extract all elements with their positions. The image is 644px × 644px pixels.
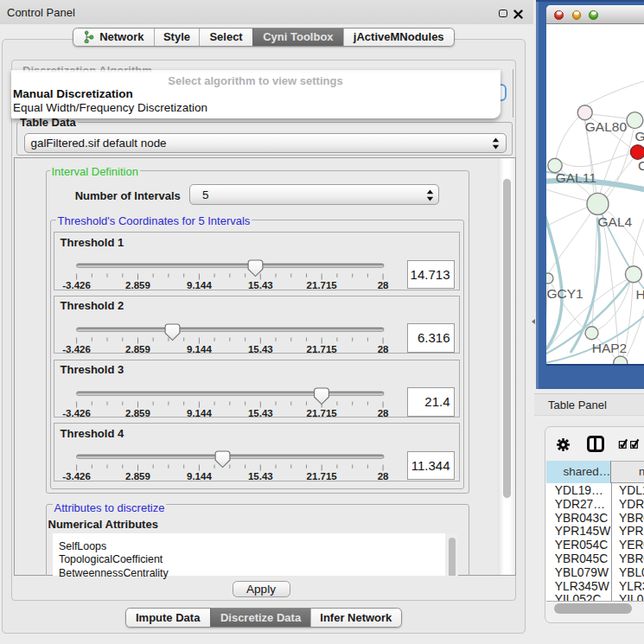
- svg-text:28: 28: [378, 471, 389, 481]
- svg-text:15.43: 15.43: [248, 407, 273, 418]
- svg-text:28: 28: [378, 343, 389, 354]
- svg-text:28: 28: [378, 407, 389, 418]
- svg-text:GCY1: GCY1: [547, 286, 583, 301]
- svg-text:-3.426: -3.426: [62, 407, 91, 418]
- svg-text:HIS4: HIS4: [636, 287, 644, 302]
- svg-text:-3.426: -3.426: [62, 343, 91, 354]
- svg-text:HAP2: HAP2: [592, 341, 628, 355]
- svg-text:2.859: 2.859: [125, 407, 150, 418]
- svg-text:15.43: 15.43: [248, 280, 273, 290]
- svg-text:28: 28: [378, 280, 389, 290]
- svg-text:GAL80: GAL80: [585, 119, 628, 134]
- svg-text:21.715: 21.715: [307, 343, 338, 354]
- svg-text:-3.426: -3.426: [62, 280, 91, 290]
- svg-text:2.859: 2.859: [125, 471, 150, 481]
- svg-text:9.144: 9.144: [187, 343, 212, 354]
- svg-text:-3.426: -3.426: [62, 471, 91, 481]
- svg-text:15.43: 15.43: [248, 471, 273, 481]
- svg-text:9.144: 9.144: [187, 471, 212, 481]
- svg-text:GAL3: GAL3: [634, 129, 644, 143]
- svg-text:2.859: 2.859: [125, 280, 150, 290]
- svg-text:GAL11: GAL11: [556, 170, 596, 185]
- svg-text:15.43: 15.43: [248, 343, 273, 354]
- svg-text:GAL4: GAL4: [598, 214, 633, 229]
- svg-text:21.715: 21.715: [307, 407, 338, 418]
- svg-text:21.715: 21.715: [307, 280, 338, 290]
- svg-text:21.715: 21.715: [307, 471, 338, 481]
- svg-text:9.144: 9.144: [187, 280, 212, 290]
- svg-text:CRP1: CRP1: [638, 158, 644, 173]
- svg-text:9.144: 9.144: [187, 407, 212, 418]
- svg-text:2.859: 2.859: [125, 343, 150, 354]
